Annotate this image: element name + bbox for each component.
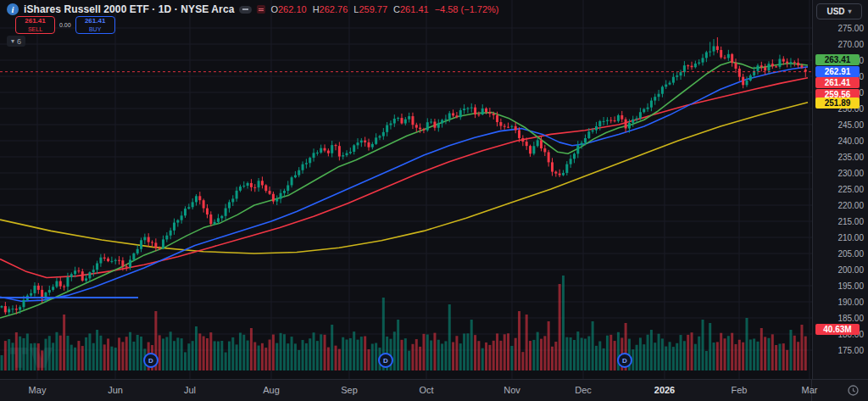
low-value: 259.77: [359, 4, 387, 14]
price-tick-label: 275.00: [837, 24, 864, 33]
price-axis-label: 263.41: [815, 54, 860, 65]
grid-lines: [0, 0, 812, 379]
main-chart-canvas[interactable]: DDD: [0, 0, 812, 379]
time-tick-label: Aug: [263, 385, 280, 395]
candles-layer[interactable]: [1, 37, 807, 316]
price-tick-label: 230.00: [837, 169, 864, 178]
svg-text:D: D: [383, 357, 388, 365]
chevron-down-icon: ▾: [849, 8, 852, 15]
buy-price: 261.41: [85, 18, 105, 25]
time-tick-label: Mar: [802, 385, 818, 395]
currency-dropdown[interactable]: USD ▾: [816, 3, 862, 19]
indicators-collapse-button[interactable]: ▾ 6: [7, 36, 25, 47]
trade-buttons: 261.41 SELL 0.00 261.41 BUY: [15, 16, 115, 34]
indicators-count: 6: [17, 37, 21, 46]
close-value: 261.41: [400, 4, 429, 14]
time-tick-label: Nov: [504, 385, 520, 395]
ma-slow-red[interactable]: [0, 78, 808, 278]
dividend-marker[interactable]: D: [144, 354, 158, 367]
price-tick-label: 205.00: [837, 249, 864, 259]
ma-long-yellow[interactable]: [0, 103, 808, 253]
price-axis[interactable]: 175.00180.00185.00190.00195.00200.00205.…: [812, 0, 868, 379]
time-tick-label: May: [29, 385, 47, 395]
price-tick-label: 220.00: [837, 201, 864, 210]
price-tick-label: 225.00: [837, 185, 864, 194]
dividend-marker[interactable]: D: [618, 354, 632, 367]
time-tick-label: Sep: [341, 385, 358, 395]
ma-fast-green[interactable]: [0, 62, 808, 318]
price-tick-label: 175.00: [837, 346, 864, 355]
time-tick-label: Dec: [575, 385, 592, 395]
price-tick-label: 185.00: [837, 314, 864, 323]
time-tick-label: 2026: [654, 385, 675, 395]
price-tick-label: 245.00: [837, 120, 864, 130]
volume-axis-label: 40.63M: [815, 324, 860, 335]
time-tick-label: Jul: [184, 385, 196, 395]
legend-menu-icon[interactable]: [257, 5, 265, 14]
time-tick-label: Oct: [419, 385, 433, 395]
legend-minus-icon[interactable]: [239, 6, 252, 14]
buy-button[interactable]: 261.41 BUY: [75, 16, 115, 34]
price-tick-label: 210.00: [837, 233, 864, 242]
price-tick-label: 235.00: [837, 153, 864, 162]
time-tick-label: Feb: [732, 385, 748, 395]
price-tick-label: 200.00: [837, 265, 864, 275]
symbol-legend[interactable]: i iShares Russell 2000 ETF · 1D · NYSE A…: [7, 3, 499, 15]
ohlc-readout: O262.10 H262.76 L259.77 C261.41 −4.58 (−…: [270, 4, 498, 14]
ma-mid-blue[interactable]: [0, 67, 808, 301]
price-tick-label: 215.00: [837, 217, 864, 226]
symbol-title[interactable]: iShares Russell 2000 ETF · 1D · NYSE Arc…: [24, 3, 234, 15]
price-axis-label: 261.41: [815, 77, 860, 88]
chevron-down-icon: ▾: [11, 37, 14, 45]
trading-chart-window: DDD i iShares Russell 2000 ETF · 1D · NY…: [0, 0, 868, 401]
time-axis[interactable]: MayJunJulAugSepOctNovDec2026FebMar: [0, 379, 868, 401]
price-tick-label: 240.00: [837, 136, 864, 146]
high-value: 262.76: [320, 4, 348, 14]
volume-bars-layer[interactable]: [1, 276, 807, 370]
time-tick-label: Jun: [108, 385, 123, 395]
timezone-clock-icon[interactable]: [847, 384, 860, 397]
change-value: −4.58 (−1.72%): [435, 4, 499, 14]
dividend-marker[interactable]: D: [379, 354, 392, 367]
price-axis-label: 251.89: [815, 97, 860, 109]
price-axis-label: 262.91: [815, 66, 860, 77]
sell-button[interactable]: 261.41 SELL: [15, 16, 55, 34]
svg-text:D: D: [622, 357, 627, 365]
spread-value: 0.00: [59, 22, 71, 28]
svg-text:D: D: [148, 357, 153, 365]
price-tick-label: 195.00: [837, 281, 864, 291]
symbol-logo-icon: i: [7, 3, 19, 15]
price-tick-label: 270.00: [837, 40, 864, 49]
sell-price: 261.41: [25, 18, 45, 25]
open-value: 262.10: [278, 4, 307, 14]
price-tick-label: 190.00: [837, 298, 864, 307]
